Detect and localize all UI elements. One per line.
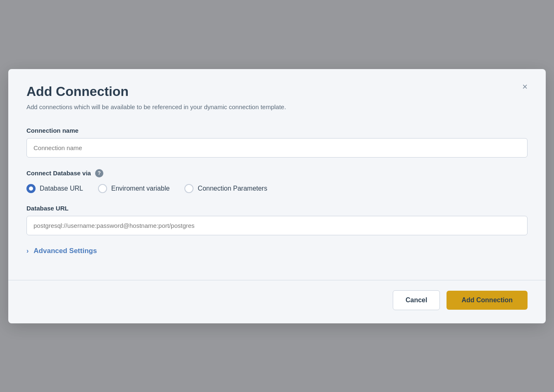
connection-name-section: Connection name [26, 127, 528, 158]
advanced-settings[interactable]: › Advanced Settings [26, 247, 528, 255]
radio-label-env-var: Enviroment variable [111, 185, 170, 192]
close-icon: × [522, 81, 528, 92]
modal-body: Connection name Connect Database via ? D… [8, 119, 546, 270]
radio-connection-params[interactable] [184, 184, 193, 193]
help-icon[interactable]: ? [95, 169, 103, 177]
radio-option-env-var[interactable]: Enviroment variable [98, 184, 170, 193]
radio-label-database-url: Database URL [40, 185, 83, 192]
connect-database-via-section: Connect Database via ? Database URL Envi… [26, 169, 528, 193]
radio-group: Database URL Enviroment variable Connect… [26, 184, 528, 193]
modal-subtitle: Add connections which will be available … [26, 103, 528, 110]
connect-via-label: Connect Database via [26, 170, 91, 177]
radio-label-connection-params: Connection Parameters [198, 185, 267, 192]
radio-database-url[interactable] [26, 184, 36, 193]
connection-name-input[interactable] [26, 138, 528, 158]
advanced-settings-label: Advanced Settings [33, 247, 97, 255]
connect-via-label-row: Connect Database via ? [26, 169, 528, 177]
add-connection-button[interactable]: Add Connection [447, 291, 528, 310]
add-connection-modal: Add Connection Add connections which wil… [8, 69, 546, 323]
modal-overlay: Add Connection Add connections which wil… [0, 0, 554, 392]
close-button[interactable]: × [519, 81, 531, 93]
database-url-label: Database URL [26, 205, 528, 212]
cancel-button[interactable]: Cancel [393, 290, 440, 310]
connection-name-label: Connection name [26, 127, 528, 134]
modal-title: Add Connection [26, 84, 528, 99]
modal-header: Add Connection Add connections which wil… [8, 69, 546, 119]
chevron-right-icon: › [26, 247, 29, 255]
database-url-section: Database URL [26, 205, 528, 235]
radio-env-var[interactable] [98, 184, 107, 193]
modal-footer: Cancel Add Connection [8, 280, 546, 323]
database-url-input[interactable] [26, 216, 528, 235]
radio-option-database-url[interactable]: Database URL [26, 184, 83, 193]
radio-option-connection-params[interactable]: Connection Parameters [184, 184, 267, 193]
